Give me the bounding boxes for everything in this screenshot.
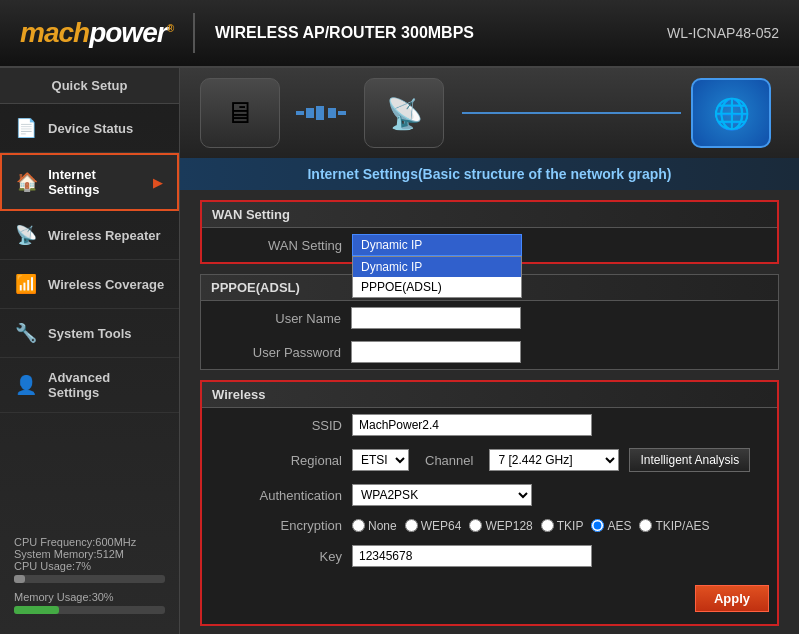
regional-channel-row: Regional ETSI FCC Channel 7 [2.442 GHz] … (202, 442, 777, 478)
step-line (462, 112, 681, 114)
key-input[interactable] (352, 545, 592, 567)
quick-setup-label: Quick Setup (52, 78, 128, 93)
content: 🖥 📡 🌐 Internet Settings(Basic structure … (180, 68, 799, 634)
enc-none-label[interactable]: None (352, 519, 397, 533)
header-title: WIRELESS AP/ROUTER 300MBPS (215, 24, 667, 42)
password-label: User Password (211, 345, 341, 360)
logo-area: machpower® (20, 17, 173, 49)
enc-aes-radio[interactable] (591, 519, 604, 532)
auth-label: Authentication (212, 488, 342, 503)
password-row: User Password (201, 335, 778, 369)
advanced-settings-label: Advanced Settings (48, 370, 165, 400)
regional-label: Regional (212, 453, 342, 468)
enc-wep64-radio[interactable] (405, 519, 418, 532)
sidebar-stats: CPU Frequency:600MHz System Memory:512M … (0, 524, 179, 634)
key-label: Key (212, 549, 342, 564)
enc-none-radio[interactable] (352, 519, 365, 532)
apply-button[interactable]: Apply (695, 585, 769, 612)
mem-bar-fill (14, 606, 59, 614)
enc-wep64-label[interactable]: WEP64 (405, 519, 462, 533)
sidebar-item-system-tools[interactable]: 🔧 System Tools (0, 309, 179, 358)
system-tools-label: System Tools (48, 326, 132, 341)
svg-rect-1 (306, 108, 314, 118)
svg-rect-0 (296, 111, 304, 115)
mem-bar-bg (14, 606, 165, 614)
section-title: Internet Settings(Basic structure of the… (180, 158, 799, 190)
svg-rect-4 (338, 111, 346, 115)
apply-row: Apply (202, 573, 777, 624)
svg-rect-3 (328, 108, 336, 118)
sidebar-item-device-status[interactable]: 📄 Device Status (0, 104, 179, 153)
username-row: User Name (201, 301, 778, 335)
wan-option-pppoe[interactable]: PPPOE(ADSL) (353, 277, 521, 297)
channel-label: Channel (425, 453, 473, 468)
step-icon-computer[interactable]: 🖥 (200, 78, 280, 148)
icon-row: 🖥 📡 🌐 (180, 68, 799, 158)
ssid-label: SSID (212, 418, 342, 433)
enc-wep128-radio[interactable] (469, 519, 482, 532)
device-status-label: Device Status (48, 121, 133, 136)
auth-select[interactable]: WPA2PSK WPA WEP (352, 484, 532, 506)
sidebar-item-wireless-coverage[interactable]: 📶 Wireless Coverage (0, 260, 179, 309)
header-divider (193, 13, 195, 53)
enc-tkip-radio[interactable] (541, 519, 554, 532)
sys-mem-label: System Memory:512M (14, 548, 165, 560)
wireless-section-title: Wireless (202, 382, 777, 408)
cpu-bar-fill (14, 575, 25, 583)
wireless-repeater-icon: 📡 (14, 223, 38, 247)
wireless-repeater-label: Wireless Repeater (48, 228, 161, 243)
sidebar: Quick Setup 📄 Device Status 🏠 Internet S… (0, 68, 180, 634)
device-status-icon: 📄 (14, 116, 38, 140)
wan-setting-row: WAN Setting Dynamic IP Dynamic IP PPPOE(… (202, 228, 777, 262)
ssid-input[interactable] (352, 414, 592, 436)
enc-tkipaes-label[interactable]: TKIP/AES (639, 519, 709, 533)
enc-tkip-text: TKIP (557, 519, 584, 533)
internet-settings-label: Internet Settings (48, 167, 143, 197)
sidebar-item-internet-settings[interactable]: 🏠 Internet Settings ▶ (0, 153, 179, 211)
wan-dropdown-selected[interactable]: Dynamic IP (352, 234, 522, 256)
internet-settings-icon: 🏠 (16, 170, 38, 194)
ssid-row: SSID (202, 408, 777, 442)
regional-select[interactable]: ETSI FCC (352, 449, 409, 471)
enc-aes-text: AES (607, 519, 631, 533)
logo-mach: mach (20, 17, 89, 48)
logo: machpower® (20, 17, 173, 49)
step-icon-router[interactable]: 📡 (364, 78, 444, 148)
wireless-box: Wireless SSID Regional ETSI FCC Channel … (200, 380, 779, 626)
logo-power: power (89, 17, 166, 48)
system-tools-icon: 🔧 (14, 321, 38, 345)
sidebar-item-wireless-repeater[interactable]: 📡 Wireless Repeater (0, 211, 179, 260)
key-row: Key (202, 539, 777, 573)
step-arrow-1 (296, 103, 356, 123)
header-model: WL-ICNAP48-052 (667, 25, 779, 41)
enc-label: Encryption (212, 518, 342, 533)
advanced-settings-icon: 👤 (14, 373, 38, 397)
cpu-freq-label: CPU Frequency:600MHz (14, 536, 165, 548)
expand-arrow-icon: ▶ (153, 175, 163, 190)
intelligent-analysis-button[interactable]: Intelligent Analysis (629, 448, 750, 472)
enc-tkip-label[interactable]: TKIP (541, 519, 584, 533)
cpu-usage-label: CPU Usage:7% (14, 560, 165, 572)
cpu-bar-bg (14, 575, 165, 583)
sidebar-item-quick-setup[interactable]: Quick Setup (0, 68, 179, 104)
password-input[interactable] (351, 341, 521, 363)
svg-rect-2 (316, 106, 324, 120)
enc-none-text: None (368, 519, 397, 533)
enc-aes-label[interactable]: AES (591, 519, 631, 533)
wireless-coverage-icon: 📶 (14, 272, 38, 296)
wan-option-dynamic[interactable]: Dynamic IP (353, 257, 521, 277)
username-label: User Name (211, 311, 341, 326)
wan-setting-box: WAN Setting WAN Setting Dynamic IP Dynam… (200, 200, 779, 264)
wan-dropdown-container: Dynamic IP Dynamic IP PPPOE(ADSL) (352, 234, 522, 256)
username-input[interactable] (351, 307, 521, 329)
sidebar-item-advanced-settings[interactable]: 👤 Advanced Settings (0, 358, 179, 413)
step-icon-globe[interactable]: 🌐 (691, 78, 771, 148)
form-area: WAN Setting WAN Setting Dynamic IP Dynam… (180, 190, 799, 634)
wan-section-title: WAN Setting (202, 202, 777, 228)
auth-row: Authentication WPA2PSK WPA WEP (202, 478, 777, 512)
enc-tkipaes-radio[interactable] (639, 519, 652, 532)
enc-wep64-text: WEP64 (421, 519, 462, 533)
enc-wep128-label[interactable]: WEP128 (469, 519, 532, 533)
header: machpower® WIRELESS AP/ROUTER 300MBPS WL… (0, 0, 799, 68)
channel-select[interactable]: 7 [2.442 GHz] 6 [2.437 GHz] (489, 449, 619, 471)
